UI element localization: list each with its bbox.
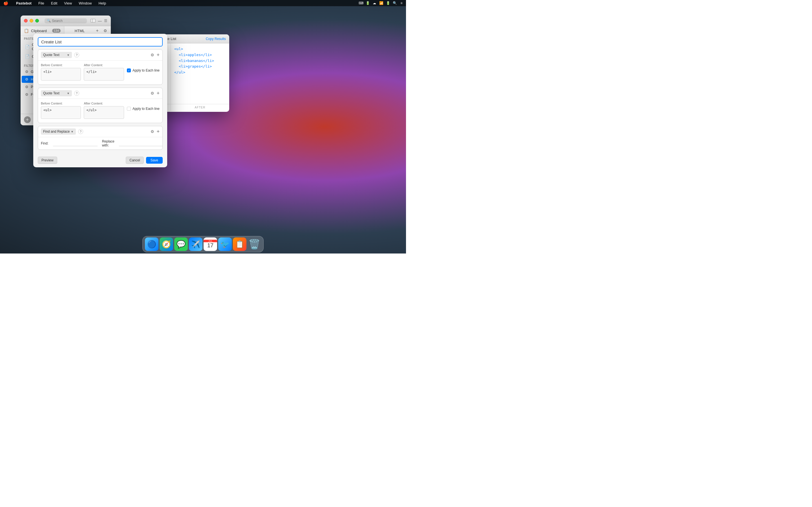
filter-type-select-1[interactable]: Quote Text ▼ <box>41 52 72 58</box>
dialog-title-bar <box>33 34 167 49</box>
tab-add-button[interactable]: + <box>94 28 100 34</box>
filter-after-label-2: After Content: <box>84 102 124 105</box>
menu-icon[interactable]: ☰ <box>104 18 107 23</box>
menubar: 🍎 Pastebot File Edit View Window Help ⌨ … <box>0 0 406 6</box>
dock-tweetbot[interactable]: 🐦 <box>218 237 232 251</box>
menubar-view[interactable]: View <box>63 1 73 5</box>
filter-icon-programm: ⚙ <box>25 85 29 89</box>
filter-row-2: Before Content: After Content: Apply to … <box>41 102 160 120</box>
filter-chevron-1: ▼ <box>67 54 70 57</box>
preview-button[interactable]: Preview <box>38 157 57 164</box>
filter-gear-1[interactable]: ⚙ <box>151 53 154 57</box>
after-line-4: <li>grapes</li> <box>174 64 226 69</box>
find-replace-type-select[interactable]: Find and Replace ▼ <box>41 128 76 135</box>
find-replace-chevron: ▼ <box>71 130 73 133</box>
filter-col-before-1: Before Content: <box>41 63 81 82</box>
menubar-help[interactable]: Help <box>97 1 107 5</box>
filter-content-2: Before Content: After Content: Apply to … <box>38 99 162 123</box>
dock-safari[interactable]: 🧭 <box>160 237 173 251</box>
finder-icon: 🔵 <box>147 240 156 249</box>
find-replace-plus[interactable]: + <box>156 129 160 135</box>
dialog-footer: Preview Cancel Save <box>33 154 167 167</box>
filter-col-after-1: After Content: <box>84 63 124 82</box>
replace-label: Replace with: <box>102 139 114 147</box>
copy-results-button[interactable]: Copy Results <box>206 37 226 41</box>
dock-messages[interactable]: 💬 <box>174 237 188 251</box>
filter-help-2[interactable]: ? <box>74 91 79 96</box>
find-replace-header: Find and Replace ▼ ? ⚙ + <box>38 126 162 137</box>
search-input[interactable] <box>52 19 85 23</box>
menubar-control-icon[interactable]: ≡ <box>399 1 404 5</box>
mail-icon: ✈️ <box>191 240 200 249</box>
tab-settings-button[interactable]: ⚙ <box>102 28 108 34</box>
menubar-icon-2: 🔋 <box>365 1 370 5</box>
apply-each-checkbox-2[interactable] <box>127 107 131 111</box>
create-list-dialog: Quote Text ▼ ? ⚙ + Before Content: After… <box>33 34 167 167</box>
save-button[interactable]: Save <box>146 157 163 164</box>
add-filter-button[interactable]: + <box>24 116 31 123</box>
after-line-2: <li>apples</li> <box>174 52 226 58</box>
sidebar-toggle-button[interactable] <box>91 19 96 22</box>
filter-before-textarea-1[interactable] <box>41 68 81 80</box>
filter-block-2: Quote Text ▼ ? ⚙ + Before Content: After… <box>38 88 163 123</box>
menubar-pastebot[interactable]: Pastebot <box>15 1 33 5</box>
filter-content-1: Before Content: After Content: ✓ Apply t… <box>38 61 162 84</box>
dialog-title-input[interactable] <box>38 37 163 47</box>
filter-plus-2[interactable]: + <box>156 91 160 96</box>
find-replace-help[interactable]: ? <box>78 129 83 134</box>
menubar-icon-1: ⌨ <box>359 1 363 5</box>
filter-after-textarea-1[interactable] <box>84 68 124 80</box>
checkbox-check-1: ✓ <box>128 69 130 72</box>
search-bar: 🔍 <box>45 18 87 23</box>
dock-mail[interactable]: ✈️ <box>189 237 202 251</box>
find-label: Find: <box>41 142 49 145</box>
maximize-button[interactable] <box>35 19 39 22</box>
filter-after-textarea-2[interactable] <box>84 106 124 119</box>
doc-icon-code: 📄 <box>25 54 30 59</box>
trash-icon: 🗑️ <box>248 238 260 250</box>
filter-col-before-2: Before Content: <box>41 102 81 120</box>
minimize-button[interactable] <box>30 19 33 22</box>
after-line-3: <li>bananas</li> <box>174 58 226 64</box>
dock-calendar[interactable]: JUL 17 <box>204 237 217 251</box>
filter-type-label-2: Quote Text <box>43 91 66 95</box>
find-replace-row: Find: Replace with: <box>41 139 160 147</box>
find-input[interactable] <box>53 141 98 146</box>
apply-each-label-2: Apply to Each line <box>133 107 160 111</box>
filter-header-2: Quote Text ▼ ? ⚙ + <box>38 88 162 99</box>
clipboard-badge: 134 <box>52 29 61 33</box>
filter-after-label-1: After Content: <box>84 63 124 67</box>
filter-help-1[interactable]: ? <box>74 52 79 57</box>
filter-chevron-2: ▼ <box>67 92 70 95</box>
dock-trash[interactable]: 🗑️ <box>248 237 261 251</box>
cancel-button[interactable]: Cancel <box>126 157 144 164</box>
filter-plus-1[interactable]: + <box>156 52 160 58</box>
filter-type-label-1: Quote Text <box>43 53 66 57</box>
apply-each-container-1: ✓ Apply to Each line <box>127 63 160 72</box>
apply-each-checkbox-1[interactable]: ✓ <box>127 68 131 72</box>
menubar-edit[interactable]: Edit <box>50 1 58 5</box>
filter-gear-2[interactable]: ⚙ <box>151 91 154 96</box>
find-replace-content: Find: Replace with: <box>38 137 162 150</box>
menubar-file[interactable]: File <box>37 1 45 5</box>
menubar-window[interactable]: Window <box>78 1 93 5</box>
traffic-lights <box>24 19 39 22</box>
filter-before-label-1: Before Content: <box>41 63 81 67</box>
apple-menu[interactable]: 🍎 <box>2 1 9 5</box>
doc-icon-creative: 📄 <box>25 45 30 49</box>
replace-input[interactable] <box>119 141 163 146</box>
find-replace-gear[interactable]: ⚙ <box>151 129 154 134</box>
after-line-1: <ul> <box>174 46 226 52</box>
dock-finder[interactable]: 🔵 <box>145 237 158 251</box>
filter-type-select-2[interactable]: Quote Text ▼ <box>41 90 72 96</box>
calendar-date: 17 <box>207 242 213 249</box>
after-line-5: </ul> <box>174 69 226 75</box>
dock: 🔵 🧭 💬 ✈️ JUL 17 🐦 📋 🗑️ <box>142 236 264 252</box>
find-replace-block: Find and Replace ▼ ? ⚙ + Find: Replace w… <box>38 126 163 150</box>
filter-before-textarea-2[interactable] <box>41 106 81 119</box>
collapse-icon[interactable]: — <box>98 18 102 23</box>
close-button[interactable] <box>24 19 28 22</box>
menubar-search-icon[interactable]: 🔍 <box>393 1 397 5</box>
dock-pastebot[interactable]: 📋 <box>233 237 246 251</box>
menubar-icon-3: ☁ <box>372 1 377 5</box>
